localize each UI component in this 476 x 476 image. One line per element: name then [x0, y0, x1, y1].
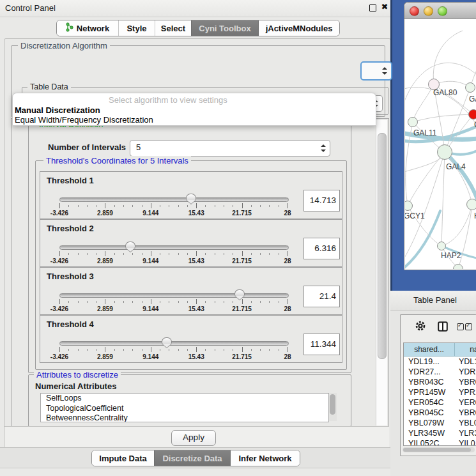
- node-label: HAP2: [441, 251, 461, 260]
- close-icon[interactable]: ✖: [381, 3, 388, 11]
- network-view-frame: GAL80GACGAL11GAL4GCY1HHAP2: [390, 0, 476, 291]
- tab-network[interactable]: Network: [57, 20, 118, 36]
- node-label: GAL11: [413, 128, 436, 137]
- checkbox-icon[interactable]: [465, 323, 472, 330]
- tab-label: Discretize Data: [162, 454, 222, 463]
- slider-track[interactable]: [59, 341, 289, 346]
- cyni-toolbox-panel: Discretization Algorithm Table Data galF…: [4, 38, 391, 449]
- slider-tick-labels: -3.4262.8599.14415.4321.71528: [59, 257, 288, 265]
- node-label: GA: [469, 95, 476, 104]
- threshold-value-field[interactable]: 21.4: [303, 286, 340, 307]
- bottom-tab-strip: Impute Data Discretize Data Infer Networ…: [0, 447, 390, 468]
- minimize-traffic-light-icon[interactable]: [424, 6, 433, 16]
- tab-select[interactable]: Select: [155, 20, 191, 36]
- tab-jactivemnodules[interactable]: jActiveMNodules: [258, 20, 339, 36]
- threshold-value-field[interactable]: 11.344: [303, 334, 340, 355]
- list-item[interactable]: BetweennessCentrality: [41, 413, 328, 422]
- numerical-attributes-list[interactable]: SelfLoopsTopologicalCoefficientBetweenne…: [40, 393, 329, 422]
- threshold-slider: -3.4262.8599.14415.4321.71528: [59, 195, 288, 217]
- combo-value: 5: [136, 142, 141, 152]
- column-header-shared-name[interactable]: shared...: [404, 343, 455, 357]
- threshold-value-field[interactable]: 6.316: [303, 238, 340, 259]
- tab-infer-network[interactable]: Infer Network: [230, 450, 300, 466]
- float-window-icon[interactable]: [369, 4, 377, 12]
- slider-track[interactable]: [59, 197, 289, 202]
- table-row[interactable]: YBR043CYBR0: [404, 377, 476, 387]
- slider-ticks: [59, 299, 288, 305]
- node-table-body: YDL19...YDL1YDR27...YDR2YBR043CYBR0YPR14…: [404, 357, 476, 445]
- slider-track[interactable]: [59, 245, 289, 250]
- table-cell: YDL1: [454, 357, 476, 367]
- algorithm-dropdown-popup: Select algorithm to view settings Manual…: [12, 93, 376, 126]
- table-cell: YIL0: [454, 438, 476, 445]
- zoom-traffic-light-icon[interactable]: [438, 6, 447, 16]
- tab-discretize-data[interactable]: Discretize Data: [154, 450, 230, 466]
- control-panel-tabs: Network Style Select Cyni Toolbox jActiv…: [56, 20, 340, 36]
- table-horizontal-scrollbar[interactable]: [403, 447, 475, 452]
- node-label: GCY1: [405, 211, 425, 220]
- threshold-value-field[interactable]: 14.713: [303, 190, 340, 211]
- table-row[interactable]: YDL19...YDL1: [404, 357, 476, 367]
- threshold-panel: Threshold 3 -3.4262.8599.14415.4321.7152…: [40, 267, 342, 315]
- table-cell: YPR145W: [404, 387, 454, 397]
- network-node[interactable]: [437, 144, 452, 160]
- group-title: Attributes to discretize: [34, 370, 121, 380]
- tab-label: Impute Data: [99, 454, 146, 463]
- table-cell: YBL0: [454, 418, 476, 428]
- apply-button[interactable]: Apply: [171, 430, 216, 446]
- menu-item-manual-discretization[interactable]: Manual Discretization: [15, 105, 100, 115]
- algorithm-combobox[interactable]: [360, 61, 392, 81]
- network-node[interactable]: [437, 242, 446, 250]
- threshold-label: Threshold 3: [47, 272, 94, 281]
- table-row[interactable]: YIL052CYIL0: [404, 438, 476, 445]
- column-layout-icon[interactable]: [438, 321, 448, 334]
- panel-vertical-scrollbar[interactable]: [376, 120, 387, 426]
- table-row[interactable]: YDR27...YDR2: [404, 367, 476, 377]
- threshold-slider: -3.4262.8599.14415.4321.71528: [59, 339, 288, 360]
- list-item[interactable]: TopologicalCoefficient: [41, 404, 328, 414]
- close-traffic-light-icon[interactable]: [410, 6, 419, 16]
- tab-label: Cyni Toolbox: [199, 24, 250, 33]
- table-row[interactable]: YLR345WYLR3: [404, 428, 476, 438]
- number-of-intervals-combobox[interactable]: 5: [130, 140, 330, 157]
- settings-gear-icon[interactable]: [415, 320, 426, 334]
- node-label: GAL80: [433, 88, 457, 97]
- network-node[interactable]: [466, 199, 476, 210]
- tab-impute-data[interactable]: Impute Data: [92, 450, 154, 466]
- network-node[interactable]: [465, 82, 475, 93]
- scrollbar-thumb[interactable]: [330, 394, 335, 415]
- cyni-mode-tabs: Impute Data Discretize Data Infer Networ…: [91, 450, 300, 466]
- table-row[interactable]: YBL079WYBL0: [404, 418, 476, 428]
- table-cell: YLR345W: [404, 428, 454, 438]
- network-node[interactable]: [468, 109, 476, 119]
- tab-cyni-toolbox[interactable]: Cyni Toolbox: [191, 20, 258, 36]
- attributes-list-scrollbar[interactable]: [329, 393, 337, 421]
- scrollbar-thumb[interactable]: [378, 133, 387, 359]
- menu-item-equal-width-frequency[interactable]: Equal Width/Frequency Discretization: [15, 115, 153, 125]
- checkbox-icon[interactable]: [457, 323, 464, 330]
- column-header-name[interactable]: na: [455, 343, 476, 357]
- slider-tick-labels: -3.4262.8599.14415.4321.71528: [59, 210, 288, 217]
- network-window-titlebar: [404, 3, 476, 19]
- threshold-label: Threshold 1: [47, 176, 94, 185]
- node-attribute-table: shared... na YDL19...YDL1YDR27...YDR2YBR…: [403, 342, 476, 446]
- slider-track[interactable]: [59, 293, 289, 298]
- table-row[interactable]: YBR045CYBR0: [404, 408, 476, 418]
- table-row[interactable]: YER054CYER0: [404, 397, 476, 408]
- slider-tick-labels: -3.4262.8599.14415.4321.71528: [59, 305, 288, 313]
- attributes-to-discretize-group: Attributes to discretize Numerical Attri…: [28, 374, 351, 427]
- tab-style[interactable]: Style: [118, 20, 155, 36]
- scrollbar-thumb[interactable]: [403, 448, 471, 452]
- list-item[interactable]: SelfLoops: [41, 394, 328, 404]
- screenshot-root: Control Panel ✖ Network Style Select Cyn…: [0, 0, 476, 476]
- threshold-slider: -3.4262.8599.14415.4321.71528: [59, 291, 288, 312]
- threshold-panel: Threshold 1 -3.4262.8599.14415.4321.7152…: [40, 171, 342, 219]
- slider-tick-labels: -3.4262.8599.14415.4321.71528: [59, 353, 288, 361]
- table-panel: shared... na YDL19...YDL1YDR27...YDR2YBR…: [400, 314, 476, 456]
- table-row[interactable]: YPR145WYPR1: [404, 387, 476, 397]
- table-cell: YBR0: [454, 408, 476, 418]
- network-icon: [66, 22, 73, 34]
- network-node[interactable]: [408, 117, 418, 127]
- network-canvas[interactable]: GAL80GACGAL11GAL4GCY1HHAP2: [405, 19, 476, 269]
- table-panel-titlebar: Table Panel: [390, 291, 476, 311]
